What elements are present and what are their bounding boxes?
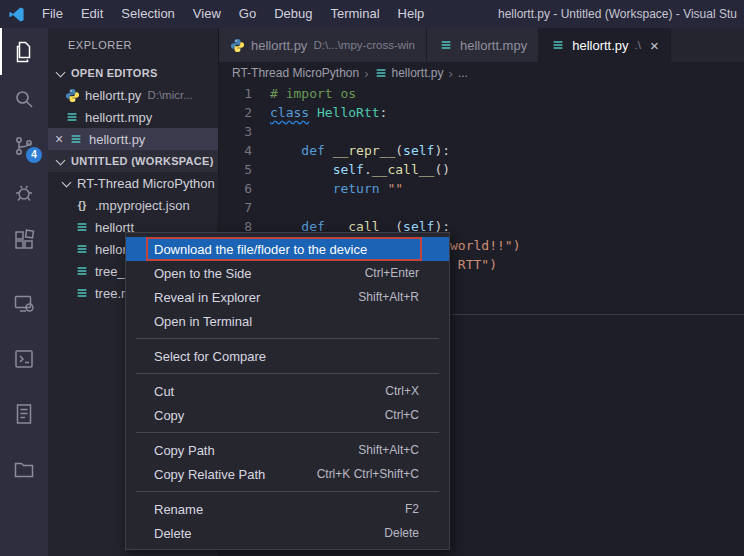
context-menu-item-download-the-file-floder-to-the-device[interactable]: Download the file/floder to the device — [126, 237, 449, 261]
menu-item-shortcut: Ctrl+X — [385, 384, 419, 398]
code-text: def __repr__(self): — [270, 141, 450, 160]
menu-item-shortcut: Shift+Alt+R — [358, 290, 419, 304]
breadcrumb-item[interactable]: hellortt.py — [374, 66, 444, 80]
mpy-file-icon — [74, 220, 90, 234]
context-menu-item-copy[interactable]: CopyCtrl+C — [126, 403, 449, 427]
context-menu-item-cut[interactable]: CutCtrl+X — [126, 379, 449, 403]
mpy-file-icon — [68, 132, 84, 146]
breadcrumb-label: RT-Thread MicroPython — [232, 66, 359, 80]
source-control-icon[interactable]: 4 — [0, 122, 48, 169]
output-log-icon[interactable] — [0, 386, 48, 441]
editor-tab-hellortt-py[interactable]: hellortt.pyD:\...\mpy-cross-win — [218, 28, 427, 62]
menu-separator — [136, 373, 439, 374]
terminal-panel-icon[interactable] — [0, 331, 48, 386]
folder-name: RT-Thread MicroPython — [77, 176, 215, 191]
context-menu-item-open-to-the-side[interactable]: Open to the SideCtrl+Enter — [126, 261, 449, 285]
context-menu-item-delete[interactable]: DeleteDelete — [126, 521, 449, 545]
context-menu-item-open-in-terminal[interactable]: Open in Terminal — [126, 309, 449, 333]
menu-item-label: Copy — [154, 408, 184, 423]
menubar-item-go[interactable]: Go — [230, 0, 265, 28]
menu-separator — [136, 338, 439, 339]
tab-label: hellortt.py — [251, 38, 307, 53]
code-line: 3 — [218, 122, 744, 141]
chevron-down-icon — [56, 67, 66, 77]
tab-detail: D:\...\mpy-cross-win — [313, 39, 415, 51]
menu-item-shortcut: Ctrl+C — [385, 408, 419, 422]
editor-tab-hellortt-py[interactable]: hellortt.py.\× — [539, 28, 671, 62]
workspace-label: UNTITLED (WORKSPACE) — [71, 155, 214, 167]
code-text: # import os — [270, 84, 356, 103]
menu-item-label: Cut — [154, 384, 174, 399]
remote-device-icon[interactable] — [0, 276, 48, 331]
line-number: 2 — [218, 103, 262, 122]
python-file-icon — [64, 88, 80, 103]
menu-item-label: Delete — [154, 526, 192, 541]
breadcrumb-item[interactable]: RT-Thread MicroPython — [232, 66, 359, 80]
menu-item-label: Reveal in Explorer — [154, 290, 260, 305]
open-editor-item[interactable]: ×hellortt.py — [48, 128, 218, 150]
tab-label: hellortt.py — [572, 38, 628, 53]
mpy-file-icon — [74, 286, 90, 300]
open-editor-name: hellortt.mpy — [85, 110, 152, 125]
mpy-file-icon — [74, 264, 90, 278]
line-number: 7 — [218, 198, 262, 217]
open-editors-header[interactable]: OPEN EDITORS — [48, 62, 218, 84]
extensions-icon[interactable] — [0, 216, 48, 263]
chevron-down-icon — [56, 155, 66, 165]
menu-item-shortcut: F2 — [405, 502, 419, 516]
code-line: 4 def __repr__(self): — [218, 141, 744, 160]
menu-item-label: Copy Path — [154, 443, 215, 458]
line-number: 3 — [218, 122, 262, 141]
explorer-icon[interactable] — [0, 28, 48, 75]
sidebar-title: EXPLORER — [48, 28, 218, 62]
mpy-file-icon — [550, 38, 566, 52]
file-row--mpyproject-json[interactable]: {}.mpyproject.json — [48, 194, 218, 216]
menu-item-label: Select for Compare — [154, 349, 266, 364]
context-menu-item-copy-relative-path[interactable]: Copy Relative PathCtrl+K Ctrl+Shift+C — [126, 462, 449, 486]
context-menu-item-reveal-in-explorer[interactable]: Reveal in ExplorerShift+Alt+R — [126, 285, 449, 309]
menubar-item-selection[interactable]: Selection — [112, 0, 183, 28]
context-menu-item-copy-path[interactable]: Copy PathShift+Alt+C — [126, 438, 449, 462]
menubar-item-debug[interactable]: Debug — [265, 0, 321, 28]
mpy-file-icon — [438, 38, 454, 52]
menu-item-label: Open in Terminal — [154, 314, 252, 329]
code-line: 6 return "" — [218, 179, 744, 198]
open-editor-name: hellortt.py — [89, 132, 145, 147]
menubar-item-terminal[interactable]: Terminal — [321, 0, 388, 28]
breadcrumb-item[interactable]: ... — [458, 66, 468, 80]
code-text: return "" — [270, 179, 403, 198]
open-editor-detail: D:\micr... — [147, 89, 192, 101]
mpy-file-icon — [74, 242, 90, 256]
breadcrumb: RT-Thread MicroPython›hellortt.py›... — [218, 62, 744, 84]
workspace-header[interactable]: UNTITLED (WORKSPACE) — [48, 150, 218, 172]
search-icon[interactable] — [0, 75, 48, 122]
folder-panel-icon[interactable] — [0, 441, 48, 496]
chevron-down-icon — [62, 177, 72, 187]
context-menu-item-select-for-compare[interactable]: Select for Compare — [126, 344, 449, 368]
json-file-icon: {} — [74, 199, 90, 211]
vscode-logo-icon — [8, 6, 25, 23]
menubar-item-help[interactable]: Help — [389, 0, 434, 28]
open-editor-item[interactable]: hellortt.mpy — [48, 106, 218, 128]
context-menu-item-rename[interactable]: RenameF2 — [126, 497, 449, 521]
close-icon[interactable]: × — [52, 132, 66, 146]
menubar-item-file[interactable]: File — [33, 0, 72, 28]
code-line: 7 — [218, 198, 744, 217]
menubar-item-view[interactable]: View — [184, 0, 230, 28]
open-editors-label: OPEN EDITORS — [71, 67, 158, 79]
menubar-item-edit[interactable]: Edit — [72, 0, 112, 28]
debug-icon[interactable] — [0, 169, 48, 216]
open-editor-item[interactable]: hellortt.pyD:\micr... — [48, 84, 218, 106]
menu-item-label: Rename — [154, 502, 203, 517]
folder-row-rt-thread-micropython[interactable]: RT-Thread MicroPython — [48, 172, 218, 194]
python-file-icon — [229, 38, 245, 53]
menu-item-label: Open to the Side — [154, 266, 252, 281]
window-title: hellortt.py - Untitled (Workspace) - Vis… — [498, 0, 737, 28]
close-icon[interactable]: × — [650, 37, 659, 54]
menu-item-label: Download the file/floder to the device — [154, 242, 367, 257]
editor-tab-hellortt-mpy[interactable]: hellortt.mpy — [427, 28, 539, 62]
vscode-window: FileEditSelectionViewGoDebugTerminalHelp… — [0, 0, 744, 556]
menu-separator — [136, 491, 439, 492]
menu-item-shortcut: Ctrl+Enter — [365, 266, 419, 280]
menu-item-shortcut: Shift+Alt+C — [358, 443, 419, 457]
